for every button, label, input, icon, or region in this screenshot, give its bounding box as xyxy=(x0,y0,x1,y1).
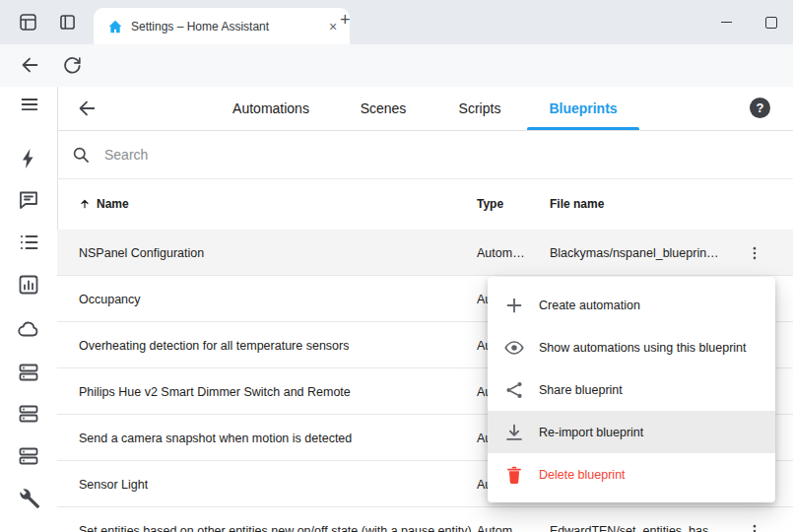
sidebar-item-hub-1[interactable] xyxy=(17,361,40,384)
browser-titlebar: Settings – Home Assistant × + xyxy=(0,0,793,44)
window-minimize-button[interactable] xyxy=(704,0,749,44)
column-header-name[interactable]: Name xyxy=(79,178,129,230)
sort-ascending-icon xyxy=(79,198,91,210)
tab-blueprints[interactable]: Blueprints xyxy=(549,87,617,130)
sidebar-item-cloud[interactable] xyxy=(17,317,40,341)
app-back-button[interactable] xyxy=(76,98,98,119)
row-file-name: Blackymas/nspanel_blueprin… xyxy=(550,230,719,276)
menu-item-delete-blueprint[interactable]: Delete blueprint xyxy=(488,453,775,496)
new-tab-button[interactable]: + xyxy=(340,11,351,29)
sidebar-item-hub-3[interactable] xyxy=(17,444,40,468)
back-arrow-icon xyxy=(19,54,40,76)
browser-back-button[interactable] xyxy=(19,54,40,76)
cloud-icon xyxy=(17,317,40,341)
row-name: Send a camera snapshot when motion is de… xyxy=(79,415,352,461)
back-arrow-icon xyxy=(76,98,98,119)
hamburger-icon xyxy=(19,94,40,115)
minimize-icon xyxy=(721,22,732,24)
row-type: Autom… xyxy=(477,507,525,532)
sidebar-item-logbook[interactable] xyxy=(17,231,40,254)
menu-item-label: Delete blueprint xyxy=(539,468,626,482)
sidebar-menu-button[interactable] xyxy=(19,94,40,115)
menu-item-label: Show automations using this blueprint xyxy=(539,341,747,355)
tab-automations[interactable]: Automations xyxy=(232,87,309,130)
row-overflow-menu-button[interactable] xyxy=(746,230,763,276)
bar-chart-icon xyxy=(17,273,40,297)
server-icon xyxy=(17,402,40,426)
menu-item-label: Share blueprint xyxy=(539,383,623,397)
column-header-label: File name xyxy=(550,197,604,211)
row-name: Set entities based on other entities new… xyxy=(79,507,471,532)
vertical-tabs-button[interactable] xyxy=(57,12,78,33)
column-header-label: Name xyxy=(97,197,129,211)
menu-item-reimport-blueprint[interactable]: Re-import blueprint xyxy=(488,411,775,453)
sidebar-item-developer-tools[interactable] xyxy=(17,487,40,510)
maximize-icon xyxy=(765,17,777,29)
table-row-set-entities[interactable]: Set entities based on other entities new… xyxy=(57,507,793,532)
delete-icon xyxy=(503,464,525,486)
browser-tab[interactable]: Settings – Home Assistant × xyxy=(94,8,350,44)
list-icon xyxy=(17,231,40,254)
window-maximize-button[interactable] xyxy=(749,0,793,44)
vertical-tabs-icon xyxy=(57,12,78,33)
server-icon xyxy=(17,444,40,468)
menu-item-show-automations[interactable]: Show automations using this blueprint xyxy=(488,326,775,368)
lightning-icon xyxy=(17,147,40,170)
refresh-icon xyxy=(61,54,83,76)
app-header: Automations Scenes Scripts Blueprints ? xyxy=(57,87,793,131)
search-icon xyxy=(71,145,91,165)
context-menu: Create automation Show automations using… xyxy=(488,277,775,502)
kebab-menu-icon xyxy=(746,244,763,262)
workspaces-button[interactable] xyxy=(18,12,38,33)
tab-title: Settings – Home Assistant xyxy=(131,20,316,33)
kebab-menu-icon xyxy=(746,522,763,532)
row-name: Occupancy xyxy=(79,276,141,322)
share-icon xyxy=(503,379,525,401)
help-icon[interactable]: ? xyxy=(750,98,770,118)
plus-icon xyxy=(503,295,525,316)
search-input[interactable] xyxy=(102,146,793,164)
server-icon xyxy=(17,361,40,384)
row-name: NSPanel Configuration xyxy=(79,230,204,276)
sidebar-item-energy[interactable] xyxy=(17,147,40,170)
row-file-name: EdwardTEN/set_entities_bas… xyxy=(550,507,721,532)
row-name: Overheating detection for all temperatur… xyxy=(79,322,349,368)
table-header: Name Type File name xyxy=(57,178,793,231)
menu-item-create-automation[interactable]: Create automation xyxy=(488,284,775,326)
menu-item-label: Create automation xyxy=(539,299,640,312)
sidebar-item-history[interactable] xyxy=(17,273,40,297)
wrench-icon xyxy=(17,487,40,510)
sidebar-item-assist[interactable] xyxy=(17,188,40,212)
menu-item-share-blueprint[interactable]: Share blueprint xyxy=(488,368,775,411)
workspaces-icon xyxy=(18,12,38,33)
table-row-nspanel-configuration[interactable]: NSPanel Configuration Autom… Blackymas/n… xyxy=(57,230,793,276)
import-icon xyxy=(503,422,525,443)
chat-icon xyxy=(17,188,40,212)
home-assistant-favicon-icon xyxy=(107,19,123,34)
row-name: Sensor Light xyxy=(79,461,148,507)
tab-scripts[interactable]: Scripts xyxy=(459,87,501,130)
row-overflow-menu-button[interactable] xyxy=(746,507,763,532)
column-header-label: Type xyxy=(477,197,503,211)
browser-window: Settings – Home Assistant × + Not secure… xyxy=(0,0,793,532)
tab-scenes[interactable]: Scenes xyxy=(361,87,407,130)
browser-refresh-button[interactable] xyxy=(61,54,83,76)
column-header-type[interactable]: Type xyxy=(477,178,503,230)
column-header-file-name[interactable]: File name xyxy=(550,178,604,230)
menu-item-label: Re-import blueprint xyxy=(539,426,643,439)
row-type: Autom… xyxy=(477,230,525,276)
search-bar xyxy=(57,130,793,179)
browser-toolbar: Not secure homeassistant.local:8123/… xyxy=(0,44,793,88)
row-name: Philips Hue v2 Smart Dimmer Switch and R… xyxy=(79,368,351,415)
eye-icon xyxy=(503,337,525,359)
sidebar-item-hub-2[interactable] xyxy=(17,402,40,426)
sidebar-rail xyxy=(0,87,58,532)
